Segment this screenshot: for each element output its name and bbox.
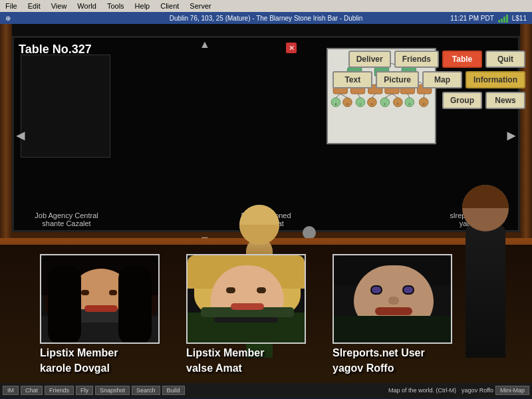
group-button[interactable]: Group xyxy=(442,92,482,109)
toolbar: Deliver Friends Table Quit Text Picture … xyxy=(332,51,525,109)
menu-client[interactable]: Client xyxy=(158,2,182,10)
arrow-left-icon[interactable]: ◄ xyxy=(13,127,28,144)
menu-help[interactable]: Help xyxy=(132,2,153,10)
menu-bar: File Edit View World Tools Help Client S… xyxy=(0,0,532,12)
character-name-karole-line1: Lipstix Member xyxy=(40,346,160,359)
toolbar-row-1: Deliver Friends Table Quit xyxy=(332,51,525,68)
portrait-valse xyxy=(186,254,306,344)
table-title: Table No.327 xyxy=(19,43,92,57)
taskbar-search[interactable]: Search xyxy=(132,386,160,395)
taskbar-user: yagov Roffo xyxy=(462,387,493,394)
menu-view[interactable]: View xyxy=(49,2,70,10)
taskbar: IM Chat Friends Fly Snapshot Search Buil… xyxy=(0,383,532,398)
app-icon: ⊕ xyxy=(5,15,11,22)
character-name-yagov-line1: Slreports.net User xyxy=(332,346,452,359)
character-card-valse: Lipstix Member valse Amat xyxy=(186,254,306,374)
taskbar-build[interactable]: Build xyxy=(162,386,185,395)
character-name-valse-line2: valse Amat xyxy=(186,362,306,374)
taskbar-map-text[interactable]: Map of the world. (Ctrl-M) xyxy=(388,387,456,394)
caption-left: Job Agency Centralshante Cazalet xyxy=(20,211,113,227)
currency-display: L$11 xyxy=(512,15,527,22)
toolbar-row-2: Text Picture Map Information xyxy=(332,71,525,88)
title-bar: ⊕ Dublin 76, 103, 25 (Mature) - The Blar… xyxy=(0,12,532,24)
table-button[interactable]: Table xyxy=(442,51,482,68)
character-name-karole-line2: karole Dovgal xyxy=(40,362,160,374)
character-name-valse-line1: Lipstix Member xyxy=(186,346,306,359)
characters-area: Lipstix Member karole Dovgal xyxy=(0,245,532,398)
close-button[interactable]: ✕ xyxy=(286,43,297,53)
title-right: 11:21 PM PDT L$11 xyxy=(450,13,527,23)
information-button[interactable]: Information xyxy=(466,71,525,88)
menu-world[interactable]: World xyxy=(74,2,99,10)
deliver-button[interactable]: Deliver xyxy=(348,51,391,68)
menu-server[interactable]: Server xyxy=(187,2,213,10)
news-button[interactable]: News xyxy=(485,92,525,109)
character-card-karole: Lipstix Member karole Dovgal xyxy=(40,254,160,374)
menu-tools[interactable]: Tools xyxy=(104,2,127,10)
picture-button[interactable]: Picture xyxy=(376,71,419,88)
signal-icon xyxy=(498,13,508,23)
portrait-karole xyxy=(40,254,160,344)
left-image-panel xyxy=(21,55,110,158)
quit-button[interactable]: Quit xyxy=(485,51,525,68)
taskbar-chat[interactable]: Chat xyxy=(21,386,43,395)
window-title: Dublin 76, 103, 25 (Mature) - The Blarne… xyxy=(170,15,363,22)
portrait-yagov xyxy=(332,254,452,344)
taskbar-snapshot[interactable]: Snapshot xyxy=(95,386,130,395)
taskbar-right: Map of the world. (Ctrl-M) yagov Roffo xyxy=(388,387,493,394)
background-character-right xyxy=(452,205,519,358)
menu-edit[interactable]: Edit xyxy=(25,2,43,10)
map-button[interactable]: Map xyxy=(422,71,462,88)
character-card-yagov: Slreports.net User yagov Roffo xyxy=(332,254,452,374)
arrow-right-icon[interactable]: ► xyxy=(504,127,519,144)
game-viewport: root xyxy=(0,24,532,398)
taskbar-minimap[interactable]: Mini-Map xyxy=(495,386,529,395)
friends-button[interactable]: Friends xyxy=(394,51,439,68)
menu-file[interactable]: File xyxy=(3,2,20,10)
text-button[interactable]: Text xyxy=(332,71,372,88)
time-display: 11:21 PM PDT xyxy=(450,15,494,22)
taskbar-fly[interactable]: Fly xyxy=(76,386,93,395)
toolbar-row-3: Group News xyxy=(332,92,525,109)
arrow-up-icon[interactable]: ▲ xyxy=(200,39,210,51)
taskbar-im[interactable]: IM xyxy=(3,386,19,395)
pillar-left xyxy=(0,24,12,250)
taskbar-friends[interactable]: Friends xyxy=(45,386,74,395)
circle-button[interactable] xyxy=(303,226,316,239)
character-name-yagov-line2: yagov Roffo xyxy=(332,362,452,374)
